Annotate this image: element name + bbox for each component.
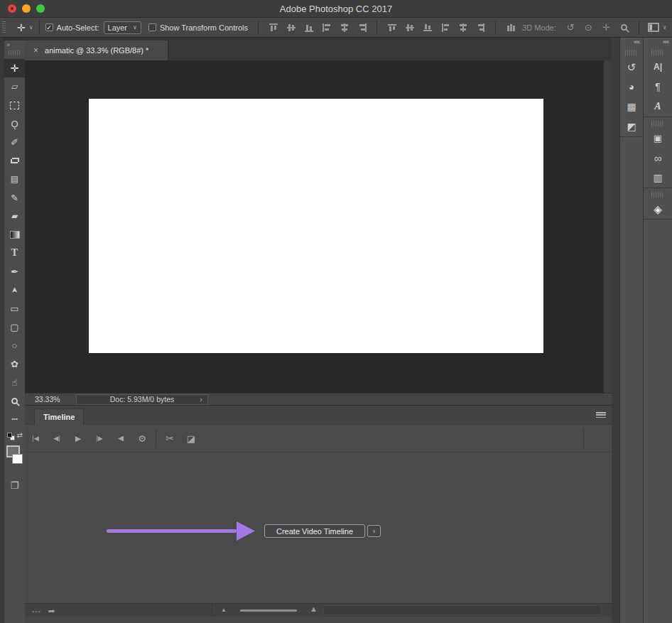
distribute-top-edges-button[interactable] <box>383 20 401 36</box>
timeline-tab[interactable]: Timeline <box>34 408 84 425</box>
panel-drag-handle[interactable] <box>9 50 20 55</box>
mute-audio-button[interactable]: ◀ <box>110 428 131 449</box>
chevron-down-icon: ∨ <box>133 24 137 31</box>
distribute-left-edges-button[interactable] <box>436 20 454 36</box>
divider <box>156 429 156 448</box>
align-bottom-edges-button[interactable] <box>300 20 318 36</box>
layers-panel-button[interactable]: ◈ <box>644 199 672 219</box>
collapse-dock-icon[interactable]: «« <box>663 38 668 45</box>
lasso-tool-icon: Ǫ <box>11 119 18 129</box>
3d-panel-button[interactable]: ▣ <box>644 128 672 148</box>
lasso-tool[interactable]: Ǫ <box>4 114 25 133</box>
info-panel-button[interactable]: ▥ <box>644 168 672 188</box>
paragraph-panel-button[interactable]: ¶ <box>644 77 672 97</box>
rectangle-tool[interactable]: ▭ <box>4 299 25 318</box>
auto-select-checkbox[interactable]: ✓ <box>45 23 53 31</box>
custom-shape-tool-icon: ✿ <box>11 359 18 369</box>
panel-menu-icon[interactable] <box>596 412 606 418</box>
timeline-type-dropdown-button[interactable]: ∨ <box>367 525 381 537</box>
path-selection-tool[interactable]: ➤ <box>4 281 25 299</box>
3d-orbit-button[interactable]: ↺ <box>562 20 580 36</box>
screen-mode-button[interactable]: ❐ <box>4 477 25 494</box>
artboard-tool[interactable]: ▱ <box>4 77 25 96</box>
swatches-panel-button[interactable]: ▦ <box>620 97 643 117</box>
pencil-tool[interactable]: ✎ <box>4 188 25 207</box>
eraser-tool[interactable]: ▰ <box>4 207 25 225</box>
distribute-vertical-centers-button[interactable] <box>401 20 418 36</box>
background-color-chip[interactable] <box>12 454 23 464</box>
options-drag-handle[interactable] <box>2 21 6 34</box>
timeline-zoom-slider[interactable] <box>240 610 297 612</box>
go-to-first-frame-button[interactable]: |◀ <box>25 428 46 449</box>
magic-wand-tool[interactable]: ✐ <box>4 133 25 151</box>
color-panel-icon: ◕ <box>629 82 634 92</box>
collapse-dock-icon[interactable]: «« <box>634 38 639 45</box>
3d-roll-button[interactable]: ⊙ <box>580 20 597 36</box>
align-vertical-centers-button[interactable] <box>282 20 300 36</box>
create-video-timeline-button[interactable]: Create Video Timeline <box>264 524 365 538</box>
align-right-edges-button[interactable] <box>353 20 371 36</box>
panel-drag-handle[interactable] <box>651 192 664 197</box>
align-top-edges-button[interactable] <box>264 20 282 36</box>
distribute-right-edges-button[interactable] <box>472 20 489 36</box>
zoom-in-thumbnail-icon[interactable]: ▲ <box>310 605 318 613</box>
history-panel-button[interactable]: ↺ <box>620 57 643 77</box>
custom-shape-tool[interactable]: ✿ <box>4 354 25 373</box>
ruler-tool[interactable]: ▤ <box>4 170 25 188</box>
glyphs-panel-button[interactable]: A <box>644 97 672 117</box>
shortcut-arrow-button[interactable]: ➦ <box>48 604 55 617</box>
canvas-area[interactable] <box>25 60 603 393</box>
split-at-playhead-button[interactable]: ✂ <box>159 428 180 449</box>
workspace-switcher-button[interactable]: ∨ <box>648 23 667 32</box>
move-tool[interactable]: ✛ <box>4 59 25 77</box>
auto-select-target-dropdown[interactable]: Layer ∨ <box>104 21 141 34</box>
document-tab[interactable]: × animatic @ 33.3% (RGB/8#) * <box>25 40 168 60</box>
status-chevron-icon[interactable]: › <box>200 395 202 403</box>
distribute-horizontal-centers-button[interactable] <box>454 20 472 36</box>
play-button[interactable]: ▶ <box>67 428 89 449</box>
zoom-out-thumbnail-icon[interactable]: ▲ <box>221 607 227 613</box>
crop-tool[interactable] <box>4 151 25 170</box>
hand-tool[interactable]: ☝ <box>4 373 25 391</box>
gradient-tool[interactable] <box>4 225 25 244</box>
rounded-rectangle-tool[interactable]: ▢ <box>4 318 25 336</box>
go-to-previous-frame-button[interactable]: ◀| <box>46 428 67 449</box>
libraries-panel-button[interactable]: ∞ <box>644 148 672 168</box>
pen-tool[interactable]: ✒ <box>4 262 25 281</box>
styles-panel-button[interactable]: ◩ <box>620 117 643 136</box>
swap-colors-icon[interactable]: ⇄ <box>17 431 23 439</box>
show-transform-controls-checkbox[interactable] <box>148 23 156 31</box>
panel-drag-handle[interactable] <box>651 50 664 55</box>
edit-toolbar[interactable]: ••• <box>4 410 25 428</box>
panel-drag-handle[interactable] <box>625 50 638 55</box>
document-canvas[interactable] <box>89 99 543 353</box>
auto-select-target-value: Layer <box>108 23 128 32</box>
distribute-spacing-button[interactable] <box>502 20 519 36</box>
horizontal-scroll-track[interactable] <box>323 605 602 615</box>
character-panel-button[interactable]: A| <box>644 57 672 77</box>
convert-to-frame-animation-button[interactable]: ▫▫▫ <box>32 604 41 617</box>
color-panel-button[interactable]: ◕ <box>620 77 643 97</box>
distribute-bottom-edges-button[interactable] <box>418 20 436 36</box>
align-horizontal-centers-button[interactable] <box>335 20 353 36</box>
vertical-scrollbar[interactable] <box>603 60 612 393</box>
close-tab-icon[interactable]: × <box>33 45 38 55</box>
layers-panel-icon: ◈ <box>654 204 662 215</box>
zoom-level-field[interactable]: 33.33% <box>35 395 69 403</box>
screen-mode-icon: ❐ <box>11 480 19 491</box>
3d-pan-button[interactable]: ✛ <box>597 20 615 36</box>
search-button[interactable] <box>615 20 633 36</box>
document-info-box[interactable]: Doc: 5.93M/0 bytes › <box>76 394 208 405</box>
go-to-next-frame-button[interactable]: |▶ <box>89 428 110 449</box>
default-colors-icon[interactable] <box>7 433 15 440</box>
timeline-settings-button[interactable]: ⚙ <box>131 428 153 449</box>
expand-panel-icon[interactable]: » <box>6 41 10 48</box>
transition-button[interactable]: ◪ <box>180 428 202 449</box>
zoom-tool[interactable] <box>4 391 25 410</box>
panel-drag-handle[interactable] <box>651 121 664 126</box>
marquee-tool[interactable] <box>4 96 25 114</box>
type-tool[interactable]: T <box>4 244 25 262</box>
align-left-edges-button[interactable] <box>318 20 335 36</box>
ellipse-tool[interactable]: ○ <box>4 336 25 354</box>
tool-preset-chevron-icon[interactable]: ∨ <box>29 24 33 31</box>
